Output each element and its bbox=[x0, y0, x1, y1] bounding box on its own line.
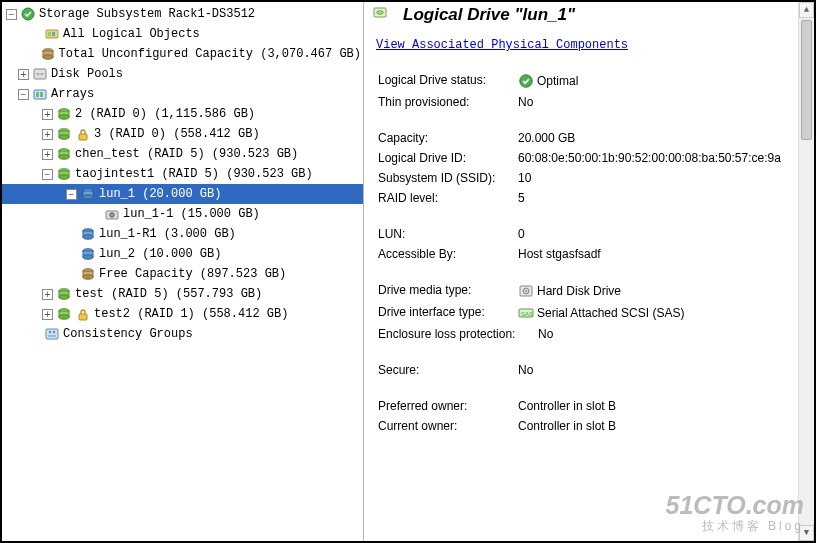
scroll-down-icon[interactable]: ▼ bbox=[799, 525, 814, 541]
collapse-icon[interactable]: − bbox=[18, 89, 29, 100]
lun-label: LUN: bbox=[378, 227, 518, 241]
collapse-icon[interactable]: − bbox=[66, 189, 77, 200]
details-table: Logical Drive status: Optimal Thin provi… bbox=[364, 66, 798, 448]
tree-array-3[interactable]: + 3 (RAID 0) (558.412 GB) bbox=[2, 124, 363, 144]
status-value: Optimal bbox=[537, 74, 578, 88]
tree-disk-pools[interactable]: + Disk Pools bbox=[2, 64, 363, 84]
media-label: Drive media type: bbox=[378, 283, 518, 299]
enclosure-value: No bbox=[538, 327, 798, 341]
tree-lun1[interactable]: − lun_1 (20.000 GB) bbox=[2, 184, 363, 204]
ldid-label: Logical Drive ID: bbox=[378, 151, 518, 165]
details-panel: Logical Drive "lun_1" View Associated Ph… bbox=[364, 2, 814, 541]
diskpools-icon bbox=[32, 66, 48, 82]
tree-array-2[interactable]: + 2 (RAID 0) (1,115.586 GB) bbox=[2, 104, 363, 124]
accessible-value: Host stgasfsadf bbox=[518, 247, 798, 261]
expand-icon[interactable]: + bbox=[18, 69, 29, 80]
tree-all-logical[interactable]: All Logical Objects bbox=[2, 24, 363, 44]
tree-array-test2[interactable]: + test2 (RAID 1) (558.412 GB) bbox=[2, 304, 363, 324]
iface-value: Serial Attached SCSI (SAS) bbox=[537, 306, 684, 320]
secure-value: No bbox=[518, 363, 798, 377]
vertical-scrollbar[interactable]: ▲ ▼ bbox=[798, 2, 814, 541]
tree-lun1-1[interactable]: lun_1-1 (15.000 GB) bbox=[2, 204, 363, 224]
ssid-label: Subsystem ID (SSID): bbox=[378, 171, 518, 185]
expand-icon[interactable]: + bbox=[42, 309, 53, 320]
page-title: Logical Drive "lun_1" bbox=[403, 5, 575, 25]
cylinder-icon bbox=[56, 146, 72, 162]
status-ok-icon bbox=[20, 6, 36, 22]
watermark: 51CTO.com 技术博客 Blog bbox=[666, 492, 804, 533]
lock-icon bbox=[75, 306, 91, 322]
svg-text:SAS: SAS bbox=[521, 311, 533, 317]
cylinder-icon bbox=[80, 266, 96, 282]
curr-owner-label: Current owner: bbox=[378, 419, 518, 433]
tree-lun2[interactable]: lun_2 (10.000 GB) bbox=[2, 244, 363, 264]
enclosure-label: Enclosure loss protection: bbox=[378, 327, 538, 341]
tree-consistency-groups[interactable]: Consistency Groups bbox=[2, 324, 363, 344]
expand-icon[interactable]: + bbox=[42, 129, 53, 140]
lun-icon bbox=[372, 4, 394, 26]
tree-arrays[interactable]: − Arrays bbox=[2, 84, 363, 104]
cylinder-icon bbox=[56, 286, 72, 302]
iface-label: Drive interface type: bbox=[378, 305, 518, 321]
tree-array-taojin[interactable]: − taojintest1 (RAID 5) (930.523 GB) bbox=[2, 164, 363, 184]
tree-unconf-capacity[interactable]: Total Unconfigured Capacity (3,070.467 G… bbox=[2, 44, 363, 64]
tree-array-chen[interactable]: + chen_test (RAID 5) (930.523 GB) bbox=[2, 144, 363, 164]
lun-icon bbox=[80, 186, 96, 202]
ssid-value: 10 bbox=[518, 171, 798, 185]
objects-icon bbox=[44, 26, 60, 42]
lock-icon bbox=[75, 126, 91, 142]
cylinder-icon bbox=[56, 166, 72, 182]
scroll-up-icon[interactable]: ▲ bbox=[799, 2, 814, 18]
hdd-icon bbox=[518, 283, 534, 299]
expand-icon[interactable]: + bbox=[42, 149, 53, 160]
curr-owner-value: Controller in slot B bbox=[518, 419, 798, 433]
tree-root[interactable]: − Storage Subsystem Rack1-DS3512 bbox=[2, 4, 363, 24]
accessible-label: Accessible By: bbox=[378, 247, 518, 261]
expand-icon[interactable]: + bbox=[42, 109, 53, 120]
cylinder-icon bbox=[40, 46, 56, 62]
tree-lun1-r1[interactable]: lun_1-R1 (3.000 GB) bbox=[2, 224, 363, 244]
scroll-thumb[interactable] bbox=[801, 20, 812, 140]
lun-icon bbox=[80, 226, 96, 242]
lun-value: 0 bbox=[518, 227, 798, 241]
snapshot-icon bbox=[104, 206, 120, 222]
optimal-icon bbox=[518, 73, 534, 89]
consistency-icon bbox=[44, 326, 60, 342]
pref-owner-value: Controller in slot B bbox=[518, 399, 798, 413]
scroll-track[interactable] bbox=[799, 18, 814, 525]
tree-panel[interactable]: − Storage Subsystem Rack1-DS3512 All Log… bbox=[2, 2, 364, 541]
secure-label: Secure: bbox=[378, 363, 518, 377]
cylinder-icon bbox=[56, 126, 72, 142]
thin-label: Thin provisioned: bbox=[378, 95, 518, 109]
cylinder-icon bbox=[56, 106, 72, 122]
capacity-value: 20.000 GB bbox=[518, 131, 798, 145]
capacity-label: Capacity: bbox=[378, 131, 518, 145]
tree-free-capacity[interactable]: Free Capacity (897.523 GB) bbox=[2, 264, 363, 284]
lun-icon bbox=[80, 246, 96, 262]
ldid-value: 60:08:0e:50:00:1b:90:52:00:00:08:ba:50:5… bbox=[518, 151, 798, 165]
status-label: Logical Drive status: bbox=[378, 73, 518, 89]
tree-root-label: Storage Subsystem Rack1-DS3512 bbox=[39, 7, 255, 21]
raid-label: RAID level: bbox=[378, 191, 518, 205]
raid-value: 5 bbox=[518, 191, 798, 205]
sas-icon: SAS bbox=[518, 305, 534, 321]
cylinder-icon bbox=[56, 306, 72, 322]
tree-array-test[interactable]: + test (RAID 5) (557.793 GB) bbox=[2, 284, 363, 304]
collapse-icon[interactable]: − bbox=[42, 169, 53, 180]
collapse-icon[interactable]: − bbox=[6, 9, 17, 20]
thin-value: No bbox=[518, 95, 798, 109]
view-physical-components-link[interactable]: View Associated Physical Components bbox=[364, 32, 814, 66]
arrays-icon bbox=[32, 86, 48, 102]
expand-icon[interactable]: + bbox=[42, 289, 53, 300]
media-value: Hard Disk Drive bbox=[537, 284, 621, 298]
pref-owner-label: Preferred owner: bbox=[378, 399, 518, 413]
